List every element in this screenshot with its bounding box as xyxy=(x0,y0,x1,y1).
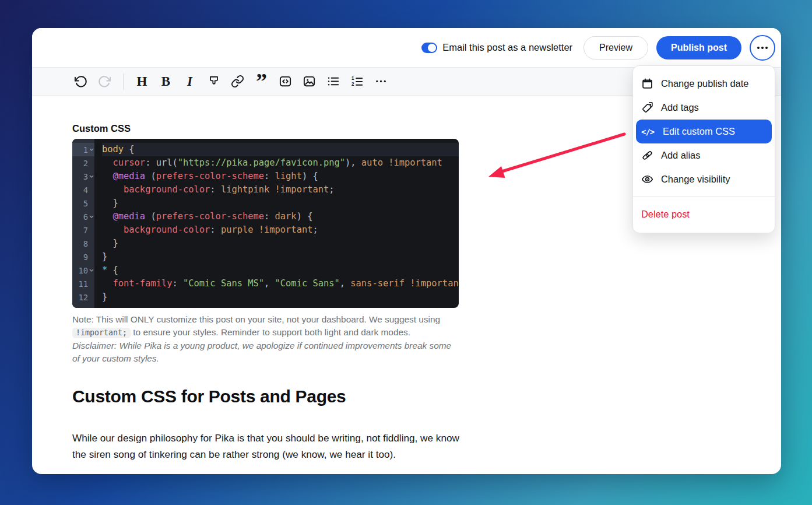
newsletter-toggle-label: Email this post as a newsletter xyxy=(442,42,572,53)
code-line[interactable]: } xyxy=(102,250,459,264)
menu-item-label: Add alias xyxy=(661,150,700,161)
line-number[interactable]: 10 xyxy=(72,264,94,277)
code-line[interactable]: @media (prefers-color-scheme: light) { xyxy=(102,170,459,183)
fold-chevron-icon[interactable] xyxy=(88,269,94,272)
fold-chevron-icon[interactable] xyxy=(88,175,94,178)
bullet-list-icon[interactable] xyxy=(324,72,343,91)
line-number[interactable]: 6 xyxy=(72,210,94,223)
toggle-knob xyxy=(428,44,436,52)
fold-chevron-icon[interactable] xyxy=(88,148,94,152)
newsletter-toggle[interactable] xyxy=(421,43,437,53)
menu-item-label: Edit custom CSS xyxy=(663,126,735,137)
code-line[interactable]: background-color: lightpink !important; xyxy=(102,183,459,197)
code-line[interactable]: } xyxy=(102,290,459,304)
preview-button[interactable]: Preview xyxy=(583,36,648,59)
menu-item-change-publish-date[interactable]: Change publish date xyxy=(636,72,772,96)
line-number[interactable]: 12 xyxy=(72,290,94,304)
redo-icon[interactable] xyxy=(95,72,114,91)
line-number[interactable]: 4 xyxy=(72,183,94,197)
undo-icon[interactable] xyxy=(71,72,90,91)
code-line[interactable]: @media (prefers-color-scheme: dark) { xyxy=(102,210,459,223)
more-options-button[interactable] xyxy=(750,35,775,61)
line-number[interactable]: 3 xyxy=(72,170,94,183)
more-tools-icon[interactable] xyxy=(371,72,391,91)
menu-item-label: Change visibility xyxy=(661,174,730,185)
menu-item-label: Delete post xyxy=(641,209,690,220)
css-help-note: Note: This will ONLY customize this post… xyxy=(72,313,467,340)
blockquote-icon[interactable]: ” xyxy=(252,81,271,89)
image-icon[interactable] xyxy=(300,72,319,91)
line-number[interactable]: 5 xyxy=(72,197,94,210)
line-number[interactable]: 1 xyxy=(72,143,94,156)
menu-divider xyxy=(633,196,775,197)
menu-item-label: Add tags xyxy=(661,102,699,113)
svg-text:2: 2 xyxy=(351,82,354,87)
menu-item-edit-custom-css[interactable]: </> Edit custom CSS xyxy=(636,120,772,143)
code-icon: </> xyxy=(641,127,655,136)
ordered-list-icon[interactable]: 12 xyxy=(347,72,367,91)
css-disclaimer: Disclaimer: While Pika is a young produc… xyxy=(72,339,457,366)
code-line[interactable]: } xyxy=(102,197,459,210)
toolbar-divider xyxy=(123,73,124,90)
code-block-icon[interactable] xyxy=(276,72,295,91)
menu-item-delete-post[interactable]: Delete post xyxy=(636,201,772,227)
code-line[interactable]: } xyxy=(102,237,459,250)
menu-item-add-tags[interactable]: Add tags xyxy=(636,96,772,120)
calendar-icon xyxy=(641,78,653,90)
fold-chevron-icon[interactable] xyxy=(88,215,94,219)
line-number[interactable]: 11 xyxy=(72,277,94,290)
note-text-after: to ensure your styles. Reminder to suppo… xyxy=(131,327,410,337)
line-number[interactable]: 7 xyxy=(72,223,94,237)
code-line[interactable]: cursor: url("https://pika.page/favicon.p… xyxy=(102,156,459,170)
eye-icon xyxy=(641,173,653,185)
svg-text:1: 1 xyxy=(351,76,354,81)
link-icon[interactable] xyxy=(228,72,247,91)
code-area[interactable]: body { cursor: url("https://pika.page/fa… xyxy=(94,139,459,308)
post-options-menu: Change publish date Add tags </> Edit cu… xyxy=(632,65,775,233)
code-line[interactable]: * { xyxy=(102,264,459,277)
menu-item-add-alias[interactable]: Add alias xyxy=(636,143,772,167)
line-number[interactable]: 8 xyxy=(72,237,94,250)
css-code-editor[interactable]: 123456789101112 body { cursor: url("http… xyxy=(72,139,459,308)
line-number[interactable]: 2 xyxy=(72,156,94,170)
custom-css-field-label: Custom CSS xyxy=(72,123,131,134)
newsletter-toggle-group: Email this post as a newsletter xyxy=(421,42,572,53)
tags-icon xyxy=(641,101,653,114)
menu-item-label: Change publish date xyxy=(661,78,748,89)
heading-icon[interactable]: H xyxy=(132,72,152,91)
line-number[interactable]: 9 xyxy=(72,250,94,264)
bold-icon[interactable]: B xyxy=(156,72,175,91)
post-body-paragraph[interactable]: While our design philosophy for Pika is … xyxy=(72,430,461,462)
note-text-before: Note: This will ONLY customize this post… xyxy=(72,314,440,324)
highlight-icon[interactable] xyxy=(204,72,223,91)
important-code-chip: !important; xyxy=(72,328,131,338)
code-line[interactable]: background-color: purple !important; xyxy=(102,223,459,237)
code-line[interactable]: font-family: "Comic Sans MS", "Comic San… xyxy=(102,277,459,290)
code-gutter: 123456789101112 xyxy=(72,139,94,308)
header-bar: Email this post as a newsletter Preview … xyxy=(32,28,781,67)
code-line[interactable]: body { xyxy=(102,143,459,156)
post-title-heading: Custom CSS for Posts and Pages xyxy=(72,387,346,406)
chain-link-icon xyxy=(641,149,653,162)
publish-post-button[interactable]: Publish post xyxy=(656,36,741,59)
italic-icon[interactable]: I xyxy=(180,72,199,91)
menu-item-change-visibility[interactable]: Change visibility xyxy=(636,167,772,191)
